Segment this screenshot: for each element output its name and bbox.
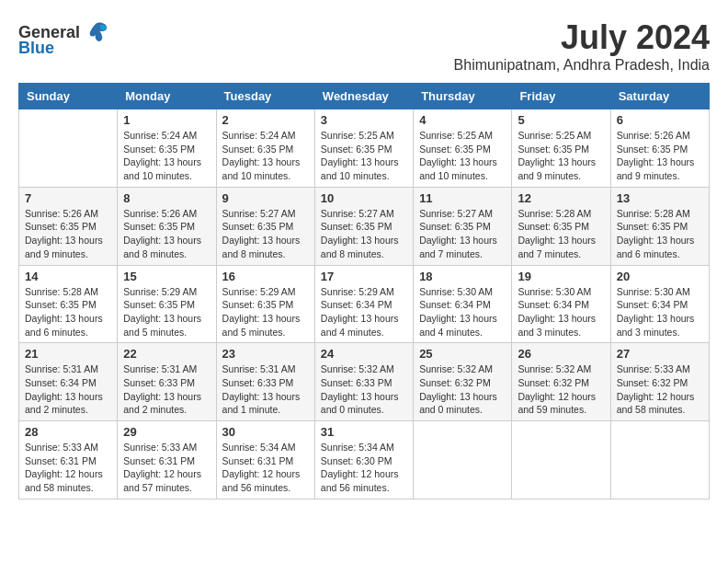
day-info: Sunrise: 5:26 AM Sunset: 6:35 PM Dayligh… <box>25 207 111 261</box>
calendar-week-4: 21Sunrise: 5:31 AM Sunset: 6:34 PM Dayli… <box>19 343 710 421</box>
calendar-cell: 4Sunrise: 5:25 AM Sunset: 6:35 PM Daylig… <box>414 109 512 188</box>
day-info: Sunrise: 5:25 AM Sunset: 6:35 PM Dayligh… <box>518 129 604 183</box>
title-section: July 2024 Bhimunipatnam, Andhra Pradesh,… <box>454 18 710 74</box>
calendar-cell <box>512 421 610 500</box>
day-info: Sunrise: 5:32 AM Sunset: 6:32 PM Dayligh… <box>518 362 604 417</box>
day-number: 27 <box>617 347 703 361</box>
calendar-cell: 29Sunrise: 5:33 AM Sunset: 6:31 PM Dayli… <box>118 421 216 500</box>
logo-bird-icon <box>82 18 109 46</box>
day-info: Sunrise: 5:25 AM Sunset: 6:35 PM Dayligh… <box>419 129 506 183</box>
location-title: Bhimunipatnam, Andhra Pradesh, India <box>454 57 710 74</box>
day-info: Sunrise: 5:30 AM Sunset: 6:34 PM Dayligh… <box>419 285 506 339</box>
calendar-cell: 7Sunrise: 5:26 AM Sunset: 6:35 PM Daylig… <box>19 187 118 265</box>
day-info: Sunrise: 5:33 AM Sunset: 6:32 PM Dayligh… <box>617 362 703 417</box>
day-info: Sunrise: 5:31 AM Sunset: 6:33 PM Dayligh… <box>123 362 210 417</box>
logo-blue-text: Blue <box>18 39 54 58</box>
calendar-cell: 3Sunrise: 5:25 AM Sunset: 6:35 PM Daylig… <box>314 109 413 188</box>
calendar-cell: 12Sunrise: 5:28 AM Sunset: 6:35 PM Dayli… <box>512 187 610 265</box>
month-title: July 2024 <box>454 18 710 57</box>
day-number: 16 <box>222 270 309 283</box>
day-info: Sunrise: 5:25 AM Sunset: 6:35 PM Dayligh… <box>321 129 407 183</box>
day-info: Sunrise: 5:28 AM Sunset: 6:35 PM Dayligh… <box>617 207 703 261</box>
day-info: Sunrise: 5:32 AM Sunset: 6:32 PM Dayligh… <box>419 362 506 417</box>
day-info: Sunrise: 5:28 AM Sunset: 6:35 PM Dayligh… <box>25 285 111 339</box>
day-number: 29 <box>123 425 210 439</box>
day-info: Sunrise: 5:24 AM Sunset: 6:35 PM Dayligh… <box>123 129 210 183</box>
weekday-header-friday: Friday <box>512 84 610 109</box>
calendar-cell: 20Sunrise: 5:30 AM Sunset: 6:34 PM Dayli… <box>610 265 709 343</box>
calendar-week-1: 1Sunrise: 5:24 AM Sunset: 6:35 PM Daylig… <box>19 109 710 188</box>
day-number: 21 <box>25 347 111 361</box>
weekday-header-saturday: Saturday <box>610 84 709 109</box>
calendar-cell: 11Sunrise: 5:27 AM Sunset: 6:35 PM Dayli… <box>414 187 512 265</box>
calendar-cell: 13Sunrise: 5:28 AM Sunset: 6:35 PM Dayli… <box>610 187 709 265</box>
day-number: 20 <box>617 270 703 283</box>
calendar-cell: 26Sunrise: 5:32 AM Sunset: 6:32 PM Dayli… <box>512 343 610 421</box>
day-number: 11 <box>419 191 506 205</box>
day-info: Sunrise: 5:29 AM Sunset: 6:35 PM Dayligh… <box>123 285 210 339</box>
day-number: 14 <box>25 270 111 283</box>
day-number: 26 <box>518 347 604 361</box>
day-info: Sunrise: 5:31 AM Sunset: 6:34 PM Dayligh… <box>25 362 111 417</box>
calendar-cell: 14Sunrise: 5:28 AM Sunset: 6:35 PM Dayli… <box>19 265 118 343</box>
day-number: 6 <box>617 113 703 127</box>
day-info: Sunrise: 5:29 AM Sunset: 6:34 PM Dayligh… <box>321 285 407 339</box>
weekday-header-row: SundayMondayTuesdayWednesdayThursdayFrid… <box>19 84 710 109</box>
calendar-cell: 23Sunrise: 5:31 AM Sunset: 6:33 PM Dayli… <box>216 343 314 421</box>
calendar-cell: 30Sunrise: 5:34 AM Sunset: 6:31 PM Dayli… <box>216 421 314 500</box>
day-number: 3 <box>321 113 407 127</box>
calendar-cell <box>610 421 709 500</box>
day-number: 12 <box>518 191 604 205</box>
day-info: Sunrise: 5:24 AM Sunset: 6:35 PM Dayligh… <box>222 129 309 183</box>
day-number: 22 <box>123 347 210 361</box>
day-info: Sunrise: 5:34 AM Sunset: 6:30 PM Dayligh… <box>321 441 407 495</box>
day-info: Sunrise: 5:32 AM Sunset: 6:33 PM Dayligh… <box>321 362 407 417</box>
day-number: 28 <box>25 425 111 439</box>
calendar-cell: 10Sunrise: 5:27 AM Sunset: 6:35 PM Dayli… <box>314 187 413 265</box>
day-number: 30 <box>222 425 309 439</box>
calendar-week-5: 28Sunrise: 5:33 AM Sunset: 6:31 PM Dayli… <box>19 421 710 500</box>
day-number: 5 <box>518 113 604 127</box>
calendar-cell: 24Sunrise: 5:32 AM Sunset: 6:33 PM Dayli… <box>314 343 413 421</box>
calendar-cell <box>19 109 118 188</box>
calendar-cell: 31Sunrise: 5:34 AM Sunset: 6:30 PM Dayli… <box>314 421 413 500</box>
day-info: Sunrise: 5:28 AM Sunset: 6:35 PM Dayligh… <box>518 207 604 261</box>
day-info: Sunrise: 5:30 AM Sunset: 6:34 PM Dayligh… <box>617 285 703 339</box>
day-info: Sunrise: 5:30 AM Sunset: 6:34 PM Dayligh… <box>518 285 604 339</box>
day-number: 23 <box>222 347 309 361</box>
calendar-table: SundayMondayTuesdayWednesdayThursdayFrid… <box>18 83 710 500</box>
calendar-cell: 22Sunrise: 5:31 AM Sunset: 6:33 PM Dayli… <box>118 343 216 421</box>
day-info: Sunrise: 5:29 AM Sunset: 6:35 PM Dayligh… <box>222 285 309 339</box>
header: General Blue July 2024 Bhimunipatnam, An… <box>18 18 710 74</box>
day-number: 10 <box>321 191 407 205</box>
logo: General Blue <box>18 18 109 58</box>
day-number: 4 <box>419 113 506 127</box>
calendar-cell: 27Sunrise: 5:33 AM Sunset: 6:32 PM Dayli… <box>610 343 709 421</box>
day-info: Sunrise: 5:26 AM Sunset: 6:35 PM Dayligh… <box>123 207 210 261</box>
calendar-cell: 1Sunrise: 5:24 AM Sunset: 6:35 PM Daylig… <box>118 109 216 188</box>
weekday-header-sunday: Sunday <box>19 84 118 109</box>
day-number: 2 <box>222 113 309 127</box>
day-info: Sunrise: 5:34 AM Sunset: 6:31 PM Dayligh… <box>222 441 309 495</box>
calendar-cell <box>414 421 512 500</box>
day-number: 24 <box>321 347 407 361</box>
calendar-cell: 15Sunrise: 5:29 AM Sunset: 6:35 PM Dayli… <box>118 265 216 343</box>
day-number: 8 <box>123 191 210 205</box>
day-info: Sunrise: 5:31 AM Sunset: 6:33 PM Dayligh… <box>222 362 309 417</box>
day-number: 25 <box>419 347 506 361</box>
day-number: 1 <box>123 113 210 127</box>
calendar-cell: 28Sunrise: 5:33 AM Sunset: 6:31 PM Dayli… <box>19 421 118 500</box>
calendar-cell: 2Sunrise: 5:24 AM Sunset: 6:35 PM Daylig… <box>216 109 314 188</box>
calendar-cell: 21Sunrise: 5:31 AM Sunset: 6:34 PM Dayli… <box>19 343 118 421</box>
day-info: Sunrise: 5:26 AM Sunset: 6:35 PM Dayligh… <box>617 129 703 183</box>
calendar-cell: 19Sunrise: 5:30 AM Sunset: 6:34 PM Dayli… <box>512 265 610 343</box>
day-info: Sunrise: 5:33 AM Sunset: 6:31 PM Dayligh… <box>25 441 111 495</box>
day-number: 19 <box>518 270 604 283</box>
day-number: 9 <box>222 191 309 205</box>
day-number: 18 <box>419 270 506 283</box>
day-info: Sunrise: 5:27 AM Sunset: 6:35 PM Dayligh… <box>321 207 407 261</box>
weekday-header-tuesday: Tuesday <box>216 84 314 109</box>
day-info: Sunrise: 5:27 AM Sunset: 6:35 PM Dayligh… <box>419 207 506 261</box>
calendar-cell: 16Sunrise: 5:29 AM Sunset: 6:35 PM Dayli… <box>216 265 314 343</box>
calendar-cell: 5Sunrise: 5:25 AM Sunset: 6:35 PM Daylig… <box>512 109 610 188</box>
